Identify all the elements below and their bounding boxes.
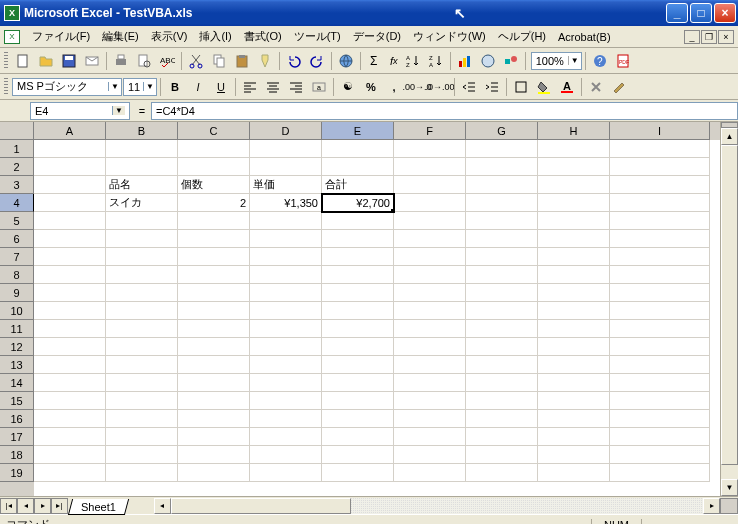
row-header-13[interactable]: 13 xyxy=(0,356,34,374)
cell-H3[interactable] xyxy=(538,176,610,194)
cell-G9[interactable] xyxy=(466,284,538,302)
cell-F16[interactable] xyxy=(394,410,466,428)
cell-H6[interactable] xyxy=(538,230,610,248)
cell-I9[interactable] xyxy=(610,284,710,302)
menu-window[interactable]: ウィンドウ(W) xyxy=(407,27,492,46)
cell-F15[interactable] xyxy=(394,392,466,410)
redo-button[interactable] xyxy=(306,50,328,72)
sheet-tab-1[interactable]: Sheet1 xyxy=(68,499,129,515)
drawing-button[interactable] xyxy=(500,50,522,72)
help-button[interactable]: ? xyxy=(589,50,611,72)
sort-desc-button[interactable]: ZA xyxy=(425,50,447,72)
cell-B7[interactable] xyxy=(106,248,178,266)
menu-view[interactable]: 表示(V) xyxy=(145,27,194,46)
col-header-B[interactable]: B xyxy=(106,122,178,140)
menu-format[interactable]: 書式(O) xyxy=(238,27,288,46)
cell-E7[interactable] xyxy=(322,248,394,266)
cell-D15[interactable] xyxy=(250,392,322,410)
col-header-H[interactable]: H xyxy=(538,122,610,140)
row-header-14[interactable]: 14 xyxy=(0,374,34,392)
cell-C4[interactable]: 2 xyxy=(178,194,250,212)
email-button[interactable] xyxy=(81,50,103,72)
cell-I11[interactable] xyxy=(610,320,710,338)
cell-C1[interactable] xyxy=(178,140,250,158)
cell-D16[interactable] xyxy=(250,410,322,428)
row-header-15[interactable]: 15 xyxy=(0,392,34,410)
cell-G17[interactable] xyxy=(466,428,538,446)
tab-nav-next[interactable]: ▸ xyxy=(34,498,51,514)
cell-F5[interactable] xyxy=(394,212,466,230)
zoom-combo[interactable]: 100%▼ xyxy=(531,52,582,70)
cell-G15[interactable] xyxy=(466,392,538,410)
increase-indent-button[interactable] xyxy=(481,76,503,98)
cell-B5[interactable] xyxy=(106,212,178,230)
cell-B6[interactable] xyxy=(106,230,178,248)
row-header-3[interactable]: 3 xyxy=(0,176,34,194)
cell-H15[interactable] xyxy=(538,392,610,410)
font-color-button[interactable]: A xyxy=(556,76,578,98)
cell-H9[interactable] xyxy=(538,284,610,302)
cell-B3[interactable]: 品名 xyxy=(106,176,178,194)
close-button[interactable]: × xyxy=(714,3,736,23)
cell-H2[interactable] xyxy=(538,158,610,176)
cell-B1[interactable] xyxy=(106,140,178,158)
cell-C6[interactable] xyxy=(178,230,250,248)
cell-G5[interactable] xyxy=(466,212,538,230)
cell-C17[interactable] xyxy=(178,428,250,446)
cell-G16[interactable] xyxy=(466,410,538,428)
cell-D18[interactable] xyxy=(250,446,322,464)
cell-H5[interactable] xyxy=(538,212,610,230)
cell-B12[interactable] xyxy=(106,338,178,356)
cell-D11[interactable] xyxy=(250,320,322,338)
print-button[interactable] xyxy=(110,50,132,72)
cell-F9[interactable] xyxy=(394,284,466,302)
align-right-button[interactable] xyxy=(285,76,307,98)
row-header-8[interactable]: 8 xyxy=(0,266,34,284)
cell-C15[interactable] xyxy=(178,392,250,410)
cell-F11[interactable] xyxy=(394,320,466,338)
open-button[interactable] xyxy=(35,50,57,72)
cell-I1[interactable] xyxy=(610,140,710,158)
scroll-up-button[interactable]: ▲ xyxy=(721,128,738,145)
mdi-minimize-button[interactable]: _ xyxy=(684,30,700,44)
tab-nav-prev[interactable]: ◂ xyxy=(17,498,34,514)
cell-A13[interactable] xyxy=(34,356,106,374)
font-size-combo[interactable]: 11▼ xyxy=(123,78,157,96)
cell-I10[interactable] xyxy=(610,302,710,320)
cell-A17[interactable] xyxy=(34,428,106,446)
merge-center-button[interactable]: a xyxy=(308,76,330,98)
scroll-left-button[interactable]: ◂ xyxy=(154,498,171,514)
cell-F13[interactable] xyxy=(394,356,466,374)
cell-A18[interactable] xyxy=(34,446,106,464)
row-header-16[interactable]: 16 xyxy=(0,410,34,428)
cell-F7[interactable] xyxy=(394,248,466,266)
cell-F19[interactable] xyxy=(394,464,466,482)
cell-C7[interactable] xyxy=(178,248,250,266)
cell-E1[interactable] xyxy=(322,140,394,158)
row-header-6[interactable]: 6 xyxy=(0,230,34,248)
cell-I4[interactable] xyxy=(610,194,710,212)
cell-E15[interactable] xyxy=(322,392,394,410)
row-header-11[interactable]: 11 xyxy=(0,320,34,338)
cell-C10[interactable] xyxy=(178,302,250,320)
italic-button[interactable]: I xyxy=(187,76,209,98)
cell-A3[interactable] xyxy=(34,176,106,194)
design-icon[interactable] xyxy=(608,76,630,98)
cell-C13[interactable] xyxy=(178,356,250,374)
function-button[interactable]: fx xyxy=(387,50,401,72)
pdf-button[interactable]: PDF xyxy=(612,50,634,72)
cell-D3[interactable]: 単価 xyxy=(250,176,322,194)
cell-I8[interactable] xyxy=(610,266,710,284)
col-header-I[interactable]: I xyxy=(610,122,710,140)
decrease-indent-button[interactable] xyxy=(458,76,480,98)
cell-B11[interactable] xyxy=(106,320,178,338)
cell-H10[interactable] xyxy=(538,302,610,320)
spellcheck-button[interactable]: ABC xyxy=(156,50,178,72)
cell-C2[interactable] xyxy=(178,158,250,176)
cell-C9[interactable] xyxy=(178,284,250,302)
cell-A14[interactable] xyxy=(34,374,106,392)
scroll-thumb[interactable] xyxy=(721,145,738,465)
cell-grid[interactable]: 品名個数単価合計スイカ2¥1,350¥2,700 xyxy=(34,140,720,496)
cell-D7[interactable] xyxy=(250,248,322,266)
cell-A10[interactable] xyxy=(34,302,106,320)
